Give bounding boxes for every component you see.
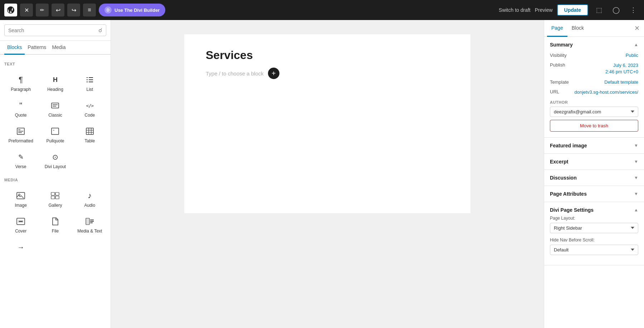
hide-nav-label: Hide Nav Before Scroll: xyxy=(550,238,638,243)
visibility-label: Visibility xyxy=(550,53,567,58)
close-sidebar-button[interactable]: ✕ xyxy=(633,24,641,32)
block-item-more[interactable]: → xyxy=(4,238,37,257)
block-item-pullquote[interactable]: " Pullquote xyxy=(39,122,72,146)
block-item-image[interactable]: Image xyxy=(4,186,37,211)
block-item-quote[interactable]: " Quote xyxy=(4,96,37,121)
table-label: Table xyxy=(84,138,95,143)
block-item-heading[interactable]: H Heading xyxy=(39,70,72,95)
tab-page[interactable]: Page xyxy=(547,20,567,37)
svg-point-21 xyxy=(19,194,20,195)
close-button[interactable]: ✕ xyxy=(20,4,33,16)
media-block-grid: Image Gallery ♪ Audio xyxy=(4,186,106,257)
topbar-right: Switch to draft Preview Update ⬚ ◯ ⋮ xyxy=(499,4,640,16)
author-section: AUTHOR deezgrafix@gmail.com xyxy=(550,100,638,117)
tab-patterns[interactable]: Patterns xyxy=(25,41,49,55)
tab-blocks[interactable]: Blocks xyxy=(4,41,25,55)
topbar: ✕ ✏ ↩ ↪ ≡ D Use The Divi Builder Switch … xyxy=(0,0,644,20)
block-item-preformatted[interactable]: Preformatted xyxy=(4,122,37,146)
pullquote-icon: " xyxy=(50,126,60,136)
url-label: URL xyxy=(550,89,559,94)
heading-label: Heading xyxy=(47,87,63,92)
svg-rect-28 xyxy=(19,221,23,222)
svg-rect-8 xyxy=(53,106,56,107)
svg-rect-22 xyxy=(51,192,55,195)
block-item-paragraph[interactable]: ¶ Paragraph xyxy=(4,70,37,95)
move-to-trash-button[interactable]: Move to trash xyxy=(550,120,638,132)
page-attributes-label: Page Attributes xyxy=(550,191,587,197)
tab-block[interactable]: Block xyxy=(567,20,588,37)
summary-panel-header[interactable]: Summary ▲ xyxy=(544,37,644,53)
user-icon-button[interactable]: ◯ xyxy=(610,4,623,16)
svg-rect-0 xyxy=(89,77,93,78)
add-block-button[interactable]: + xyxy=(268,68,279,79)
divi-btn-label: Use The Divi Builder xyxy=(114,8,160,13)
media-section-label: MEDIA xyxy=(4,178,106,182)
block-item-media-text[interactable]: Media & Text xyxy=(73,212,106,236)
search-input-wrap[interactable]: ☌ xyxy=(4,24,106,36)
audio-icon: ♪ xyxy=(85,191,95,201)
media-text-label: Media & Text xyxy=(77,229,102,234)
block-item-file[interactable]: File xyxy=(39,212,72,236)
list-label: List xyxy=(86,87,93,92)
options-icon-button[interactable]: ⋮ xyxy=(627,4,640,16)
url-value[interactable]: donjetv3.sg-host.com/services/ xyxy=(575,89,638,96)
divi-settings-label: Divi Page Settings xyxy=(550,207,594,213)
verse-icon: ✎ xyxy=(16,152,26,162)
use-divi-builder-button[interactable]: D Use The Divi Builder xyxy=(99,4,165,16)
block-item-divi-layout[interactable]: ⊙ Divi Layout xyxy=(39,148,72,172)
svg-rect-6 xyxy=(52,103,59,108)
excerpt-header[interactable]: Excerpt ▼ xyxy=(544,154,644,170)
svg-rect-13 xyxy=(52,128,59,134)
featured-image-header[interactable]: Featured image ▼ xyxy=(544,138,644,153)
tab-media[interactable]: Media xyxy=(49,41,68,55)
block-item-verse[interactable]: ✎ Verse xyxy=(4,148,37,172)
media-text-icon xyxy=(85,216,95,226)
hide-nav-select[interactable]: DefaultYesNo xyxy=(550,245,638,255)
preview-link[interactable]: Preview xyxy=(535,7,553,13)
visibility-value[interactable]: Public xyxy=(626,53,638,58)
divi-settings-body: Page Layout: Right SidebarLeft SidebarFu… xyxy=(544,216,644,265)
svg-rect-29 xyxy=(86,218,89,225)
block-item-code[interactable]: </> Code xyxy=(73,96,106,121)
block-item-gallery[interactable]: Gallery xyxy=(39,186,72,211)
page-placeholder: Type / to choose a block + xyxy=(206,68,449,79)
svg-rect-4 xyxy=(87,79,88,80)
divi-layout-icon: ⊙ xyxy=(50,152,60,162)
page-attributes-header[interactable]: Page Attributes ▼ xyxy=(544,186,644,202)
discussion-panel: Discussion ▼ xyxy=(544,170,644,186)
template-value[interactable]: Default template xyxy=(604,79,638,85)
page-title-input[interactable] xyxy=(206,49,449,62)
image-icon xyxy=(16,191,26,201)
publish-value[interactable]: July 6, 2023 2:46 pm UTC+0 xyxy=(605,62,638,75)
page-layout-select[interactable]: Right SidebarLeft SidebarFull WidthNo Si… xyxy=(550,223,638,233)
summary-chevron-icon: ▲ xyxy=(634,42,638,47)
tools-button[interactable]: ≡ xyxy=(83,4,96,16)
redo-button[interactable]: ↪ xyxy=(67,4,80,16)
discussion-header[interactable]: Discussion ▼ xyxy=(544,170,644,186)
svg-text:": " xyxy=(53,129,54,133)
file-icon xyxy=(50,216,60,226)
view-icon-button[interactable]: ⬚ xyxy=(592,4,605,16)
svg-rect-10 xyxy=(18,129,20,130)
block-item-audio[interactable]: ♪ Audio xyxy=(73,186,106,211)
block-item-table[interactable]: Table xyxy=(73,122,106,146)
author-select[interactable]: deezgrafix@gmail.com xyxy=(550,107,638,117)
block-item-cover[interactable]: Cover xyxy=(4,212,37,236)
sidebar-tabs: Blocks Patterns Media xyxy=(0,41,111,55)
classic-icon xyxy=(50,101,60,111)
summary-panel: Summary ▲ Visibility Public Publish July… xyxy=(544,37,644,138)
text-section-label: TEXT xyxy=(4,62,106,66)
preformatted-icon xyxy=(16,126,26,136)
switch-to-draft-link[interactable]: Switch to draft xyxy=(499,7,531,13)
page-attributes-panel: Page Attributes ▼ xyxy=(544,186,644,202)
block-item-classic[interactable]: Classic xyxy=(39,96,72,121)
undo-button[interactable]: ↩ xyxy=(52,4,64,16)
update-button[interactable]: Update xyxy=(557,4,588,16)
cover-icon xyxy=(16,216,26,226)
excerpt-panel: Excerpt ▼ xyxy=(544,154,644,170)
svg-rect-2 xyxy=(89,82,93,82)
search-input[interactable] xyxy=(8,28,96,33)
block-item-list[interactable]: List xyxy=(73,70,106,95)
divi-settings-header[interactable]: Divi Page Settings ▲ xyxy=(544,202,644,216)
edit-icon-button[interactable]: ✏ xyxy=(36,4,49,16)
